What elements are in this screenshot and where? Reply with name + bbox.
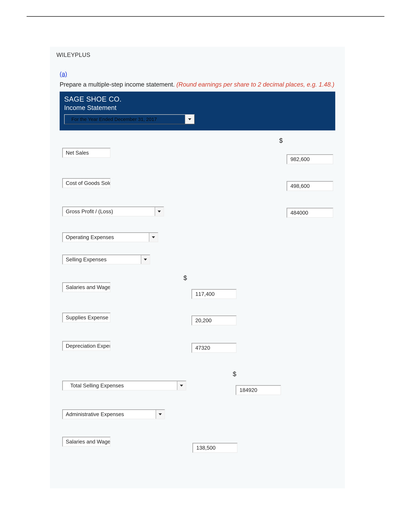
- supplies-expense-input[interactable]: Supplies Expense: [62, 313, 111, 323]
- statement-title: Income Statement: [64, 104, 331, 111]
- instruction-plain: Prepare a multiple-step income statement…: [60, 81, 176, 88]
- selling-expenses-dropdown[interactable]: Selling Expenses: [62, 255, 150, 265]
- gross-profit-dropdown[interactable]: Gross Profit / (Loss): [62, 207, 164, 217]
- cogs-value[interactable]: 498,600: [287, 181, 333, 191]
- salaries-wages-sell-value[interactable]: 117,400: [191, 289, 237, 299]
- chevron-down-icon: [156, 410, 164, 419]
- chevron-down-icon: [185, 115, 194, 124]
- content-panel: WILEYPLUS (a) Prepare a multiple-step in…: [50, 47, 345, 488]
- total-selling-expenses-value[interactable]: 184920: [236, 385, 281, 395]
- operating-expenses-dropdown[interactable]: Operating Expenses: [62, 232, 158, 242]
- worksheet-grid: $ Net Sales 982,600 Cost of Goods Sold 4…: [60, 130, 335, 475]
- currency-symbol: $: [183, 274, 187, 282]
- total-selling-expenses-dropdown[interactable]: Total Selling Expenses: [62, 381, 186, 391]
- chevron-down-icon: [155, 207, 163, 216]
- net-sales-input[interactable]: Net Sales: [62, 148, 111, 158]
- problem-body: (a) Prepare a multiple-step income state…: [50, 63, 345, 488]
- salaries-wages-admin-input[interactable]: Salaries and Wages Expense: [62, 437, 111, 447]
- depreciation-expense-value[interactable]: 47320: [191, 343, 237, 353]
- currency-symbol: $: [233, 370, 236, 378]
- administrative-expenses-dropdown[interactable]: Administrative Expenses: [62, 409, 165, 419]
- chevron-down-icon: [177, 381, 186, 390]
- part-a-link[interactable]: (a): [60, 71, 67, 77]
- instruction-text: Prepare a multiple-step income statement…: [60, 80, 335, 89]
- period-value: For the Year Ended December 31, 2017: [71, 116, 157, 122]
- statement-header: SAGE SHOE CO. Income Statement For the Y…: [60, 92, 335, 130]
- currency-symbol: $: [279, 137, 283, 144]
- administrative-expenses-label: Administrative Expenses: [66, 411, 124, 417]
- header-label: WILEYPLUS: [50, 47, 345, 63]
- chevron-down-icon: [149, 233, 158, 242]
- operating-expenses-label: Operating Expenses: [66, 234, 114, 240]
- page: WILEYPLUS (a) Prepare a multiple-step in…: [0, 0, 411, 532]
- selling-expenses-label: Selling Expenses: [66, 256, 107, 263]
- depreciation-expense-input[interactable]: Depreciation Expense: [62, 341, 111, 351]
- chevron-down-icon: [141, 255, 149, 264]
- salaries-wages-sell-input[interactable]: Salaries and Wages Expense: [62, 282, 111, 292]
- gross-profit-value[interactable]: 484000: [287, 208, 333, 218]
- instruction-hint: (Round earnings per share to 2 decimal p…: [176, 81, 334, 88]
- top-rule: [27, 16, 384, 17]
- cogs-input[interactable]: Cost of Goods Sold: [62, 178, 111, 188]
- period-dropdown[interactable]: For the Year Ended December 31, 2017: [64, 114, 195, 124]
- company-name: SAGE SHOE CO.: [64, 95, 331, 103]
- salaries-wages-admin-value[interactable]: 138,500: [192, 443, 238, 453]
- total-selling-expenses-label: Total Selling Expenses: [70, 382, 124, 389]
- net-sales-value[interactable]: 982,600: [287, 154, 333, 164]
- supplies-expense-value[interactable]: 20,200: [191, 315, 237, 325]
- gross-profit-label: Gross Profit / (Loss): [66, 209, 113, 215]
